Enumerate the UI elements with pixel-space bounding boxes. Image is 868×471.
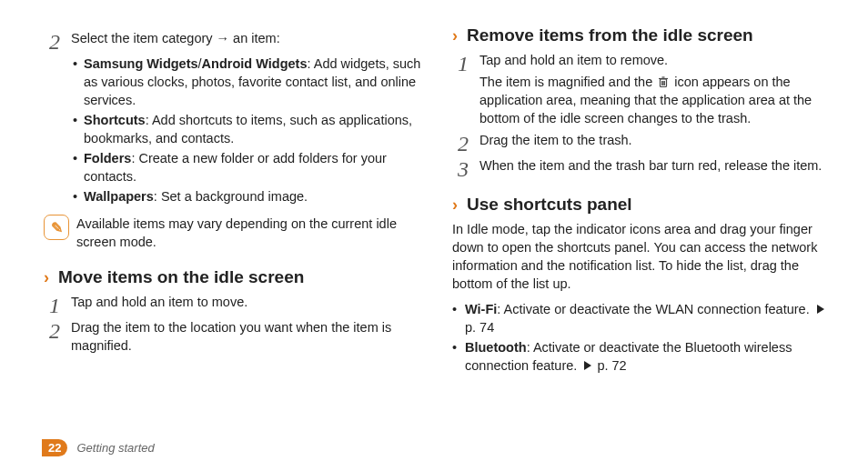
step-number: 2 xyxy=(44,31,66,53)
right-column: › Remove items from the idle screen 1 Ta… xyxy=(443,25,852,462)
heading-text: Move items on the idle screen xyxy=(58,267,304,287)
left-column: 2 Select the item category → an item: • … xyxy=(42,25,443,462)
bullet-bluetooth: • Bluetooth: Activate or deactivate the … xyxy=(452,338,839,375)
remove-step-3: 3 When the item and the trash bar turn r… xyxy=(452,156,839,178)
triangle-right-icon xyxy=(817,305,824,314)
remove-step-1: 1 Tap and hold an item to remove. The it… xyxy=(452,51,839,127)
step-body: Tap and hold an item to remove. The item… xyxy=(479,51,839,127)
page-footer: 22 Getting started xyxy=(42,439,155,456)
manual-page: 2 Select the item category → an item: • … xyxy=(0,0,868,471)
bold-label: Samsung Widgets xyxy=(84,56,198,71)
step-text: Drag the item to the location you want w… xyxy=(71,318,430,355)
bullet-dot: • xyxy=(73,149,84,185)
bullet-shortcuts: • Shortcuts: Add shortcuts to items, suc… xyxy=(73,111,430,147)
bold-label: Shortcuts xyxy=(84,113,146,127)
page-ref: p. 72 xyxy=(593,358,626,373)
shortcuts-paragraph: In Idle mode, tap the indicator icons ar… xyxy=(452,220,839,293)
bullet-rest: : Set a background image. xyxy=(154,189,308,204)
bullet-text: Shortcuts: Add shortcuts to items, such … xyxy=(84,111,430,147)
heading-text: Use shortcuts panel xyxy=(467,195,632,215)
step-number: 2 xyxy=(44,320,66,342)
step-2-container: 2 Select the item category → an item: xyxy=(44,29,430,51)
bullet-text: Wi-Fi: Activate or deactivate the WLAN c… xyxy=(465,300,839,336)
step-intro: Select the item category → an item: xyxy=(71,29,430,47)
bullet-dot: • xyxy=(73,111,84,147)
heading-move-items: › Move items on the idle screen xyxy=(44,267,430,287)
bullet-text: Bluetooth: Activate or deactivate the Bl… xyxy=(465,338,839,375)
note-box: ✎ Available items may vary depending on … xyxy=(44,215,430,251)
note-icon: ✎ xyxy=(44,215,69,240)
step-number: 3 xyxy=(452,158,474,180)
triangle-right-icon xyxy=(584,361,591,370)
section-title: Getting started xyxy=(76,441,154,455)
bullet-wifi: • Wi-Fi: Activate or deactivate the WLAN… xyxy=(452,300,839,336)
bullet-text: Wallpapers: Set a background image. xyxy=(84,187,430,205)
bold-label-2: Android Widgets xyxy=(202,56,308,71)
bullet-dot: • xyxy=(73,187,84,205)
heading-shortcuts-panel: › Use shortcuts panel xyxy=(452,195,839,215)
text-before-icon: The item is magnified and the xyxy=(479,75,656,89)
bullet-dot: • xyxy=(452,300,465,336)
step-text: Tap and hold an item to move. xyxy=(71,293,430,311)
bullet-dot: • xyxy=(452,338,465,375)
step-line-1: Tap and hold an item to remove. xyxy=(479,51,839,69)
chevron-right-icon: › xyxy=(44,268,49,287)
heading-text: Remove items from the idle screen xyxy=(467,25,753,45)
chevron-right-icon: › xyxy=(452,26,458,45)
bullet-rest: : Activate or deactivate the WLAN connec… xyxy=(497,302,812,316)
bold-label: Folders xyxy=(84,151,131,165)
move-step-1: 1 Tap and hold an item to move. xyxy=(44,293,430,315)
page-number: 22 xyxy=(42,439,67,456)
step-number: 1 xyxy=(452,53,474,75)
trash-icon xyxy=(658,75,669,87)
bold-label: Wi-Fi xyxy=(465,302,497,316)
note-text: Available items may vary depending on th… xyxy=(76,215,430,251)
bullet-text: Folders: Create a new folder or add fold… xyxy=(84,149,430,185)
step-number: 1 xyxy=(44,295,66,316)
bullet-folders: • Folders: Create a new folder or add fo… xyxy=(73,149,430,185)
bullet-samsung-widgets: • Samsung Widgets/Android Widgets: Add w… xyxy=(73,55,430,109)
bullet-dot: • xyxy=(73,55,84,109)
remove-step-2: 2 Drag the item to the trash. xyxy=(452,131,839,153)
step-text: Drag the item to the trash. xyxy=(479,131,839,149)
bold-label: Bluetooth xyxy=(465,340,527,355)
chevron-right-icon: › xyxy=(452,195,458,215)
bold-label: Wallpapers xyxy=(84,189,154,204)
step-text: When the item and the trash bar turn red… xyxy=(479,156,839,175)
move-step-2: 2 Drag the item to the location you want… xyxy=(44,318,430,355)
step-number: 2 xyxy=(452,133,474,155)
bullet-text: Samsung Widgets/Android Widgets: Add wid… xyxy=(84,55,430,109)
page-ref: p. 74 xyxy=(465,320,494,335)
bullet-wallpapers: • Wallpapers: Set a background image. xyxy=(73,187,430,205)
step-line-2: The item is magnified and the icon appea… xyxy=(479,73,839,127)
heading-remove-items: › Remove items from the idle screen xyxy=(452,25,839,45)
